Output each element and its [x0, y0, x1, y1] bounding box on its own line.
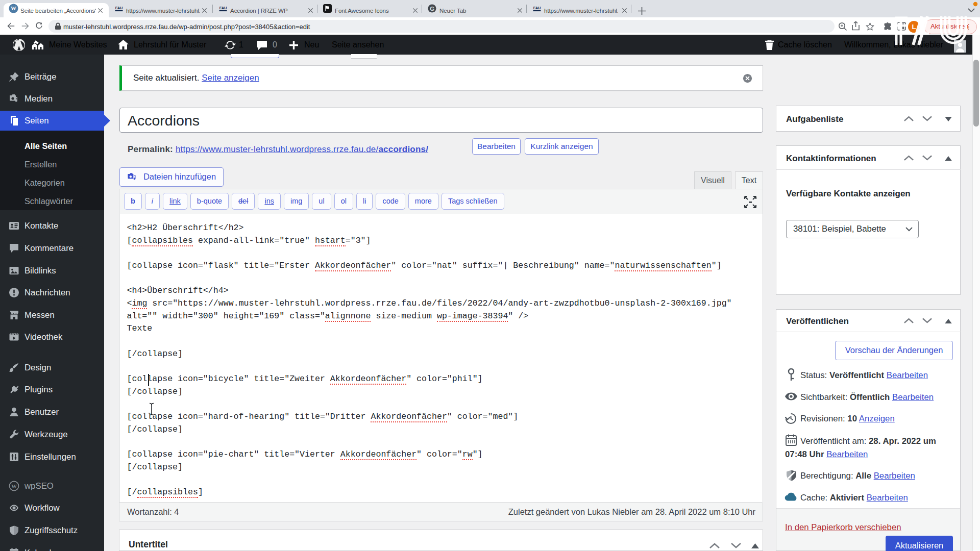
svg-text:FAU: FAU — [115, 6, 123, 10]
svg-text:FAU: FAU — [533, 6, 541, 10]
svg-text:W: W — [11, 5, 16, 11]
svg-text:W: W — [11, 483, 17, 489]
svg-text:G: G — [430, 6, 434, 12]
svg-text:FAU: FAU — [219, 6, 227, 10]
